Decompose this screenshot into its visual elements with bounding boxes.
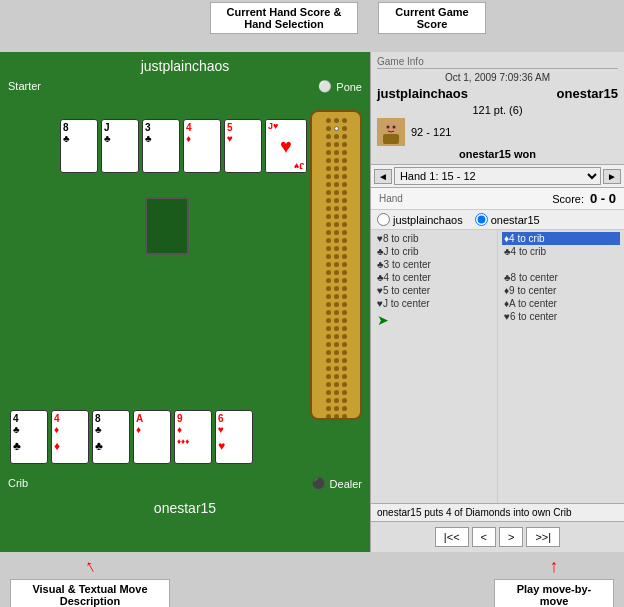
move-item: ♣4 to crib: [502, 245, 620, 258]
move-item-highlighted: ♦4 to crib: [502, 232, 620, 245]
bottom-card-3[interactable]: 8♣♣: [92, 410, 130, 464]
nav-last-button[interactable]: >>|: [526, 527, 560, 547]
player2-radio-label[interactable]: onestar15: [475, 213, 540, 226]
starter-label: Starter: [8, 80, 41, 93]
crib-label: Crib: [8, 477, 28, 490]
game-score: 92 - 121: [411, 126, 451, 138]
nav-next-button[interactable]: >: [499, 527, 523, 547]
bottom-card-4[interactable]: A♦: [133, 410, 171, 464]
crib-board: [310, 110, 362, 420]
status-bar: onestar15 puts 4 of Diamonds into own Cr…: [371, 504, 624, 522]
moves-right-col: ♦4 to crib ♣4 to crib ♣8 to center ♦9 to…: [498, 230, 624, 503]
move-item: ♦9 to center: [502, 284, 620, 297]
move-desc-annotation-box: Visual & Textual Move Description: [10, 579, 170, 607]
hand-section: Hand Score: 0 - 0: [371, 188, 624, 210]
bottom-card-6[interactable]: 6♥♥: [215, 410, 253, 464]
svg-point-3: [387, 126, 390, 129]
player1-radio[interactable]: [377, 213, 390, 226]
top-card-1[interactable]: 8♣: [60, 119, 98, 173]
bottom-player-name: onestar15: [0, 500, 370, 516]
move-item: ♥6 to center: [502, 310, 620, 323]
play-annotation-box: Play move-by-move: [494, 579, 614, 607]
svg-point-4: [393, 126, 396, 129]
player1-radio-label[interactable]: justplainchaos: [377, 213, 463, 226]
game-info-title: Game Info: [377, 56, 618, 69]
move-item: ♣4 to center: [375, 271, 493, 284]
nav-controls: |<< < > >>|: [371, 522, 624, 552]
right-panel: Game Info Oct 1, 2009 7:09:36 AM justpla…: [370, 52, 624, 552]
empty-card-placeholder: [145, 197, 189, 255]
hand-selector[interactable]: Hand 1: 15 - 12: [394, 167, 601, 185]
player2-radio[interactable]: [475, 213, 488, 226]
hand-section-title: Hand: [379, 193, 403, 204]
move-arrow-left: ➤: [375, 310, 493, 330]
play-annotation-text: Play move-by-move: [517, 583, 592, 607]
game-info-date: Oct 1, 2009 7:09:36 AM: [377, 72, 618, 83]
play-arrow: ↑: [550, 556, 559, 577]
moves-left-col: ♥8 to crib ♣J to crib ♣3 to center ♣4 to…: [371, 230, 498, 503]
nav-first-button[interactable]: |<<: [435, 527, 469, 547]
move-item: ♦A to center: [502, 297, 620, 310]
game-board: justplainchaos Starter ⚪ Pone 8♣ J♣ 3♣: [0, 52, 370, 552]
move-item-blank: [502, 258, 620, 271]
pone-label: Pone: [336, 81, 362, 93]
game-score-annotation-box: Current Game Score: [378, 2, 486, 34]
game-player1-name: justplainchaos: [377, 86, 468, 101]
move-item: ♥5 to center: [375, 284, 493, 297]
game-score-annotation-text: Current Game Score: [395, 6, 468, 30]
move-item: ♥8 to crib: [375, 232, 493, 245]
top-card-2[interactable]: J♣: [101, 119, 139, 173]
hand-nav-prev2[interactable]: ◄: [374, 169, 392, 184]
game-player2-name: onestar15: [557, 86, 618, 101]
game-points: 121 pt. (6): [377, 104, 618, 116]
pone-radio: ⚪: [318, 80, 332, 93]
game-info-section: Game Info Oct 1, 2009 7:09:36 AM justpla…: [371, 52, 624, 165]
hand-score-annotation-box: Current Hand Score & Hand Selection: [210, 2, 358, 34]
hand-score-annotation-text: Current Hand Score & Hand Selection: [227, 6, 342, 30]
dealer-radio: ⚫: [312, 477, 326, 490]
game-winner: onestar15 won: [377, 148, 618, 160]
top-card-5[interactable]: 5♥: [224, 119, 262, 173]
bottom-card-2[interactable]: 4♦♦: [51, 410, 89, 464]
move-desc-annotation-text: Visual & Textual Move Description: [32, 583, 147, 607]
players-tabs: justplainchaos onestar15: [371, 210, 624, 230]
top-card-4[interactable]: 4♦: [183, 119, 221, 173]
avatar: [377, 118, 405, 146]
bottom-card-5[interactable]: 9♦♦♦♦: [174, 410, 212, 464]
move-item: ♣3 to center: [375, 258, 493, 271]
top-player-name: justplainchaos: [0, 52, 370, 80]
hand-nav-next2[interactable]: ►: [603, 169, 621, 184]
move-item: ♥J to center: [375, 297, 493, 310]
move-item: ♣J to crib: [375, 245, 493, 258]
dealer-label: Dealer: [330, 478, 362, 490]
top-card-6[interactable]: J♥ J♥ ♥: [265, 119, 307, 173]
svg-rect-2: [383, 134, 399, 144]
move-desc-arrow: ↑: [81, 555, 99, 578]
nav-prev-button[interactable]: <: [472, 527, 496, 547]
move-item: ♣8 to center: [502, 271, 620, 284]
bottom-card-1[interactable]: 4♣♣: [10, 410, 48, 464]
score-label: Score:: [552, 193, 584, 205]
top-card-3[interactable]: 3♣: [142, 119, 180, 173]
score-value: 0 - 0: [590, 191, 616, 206]
